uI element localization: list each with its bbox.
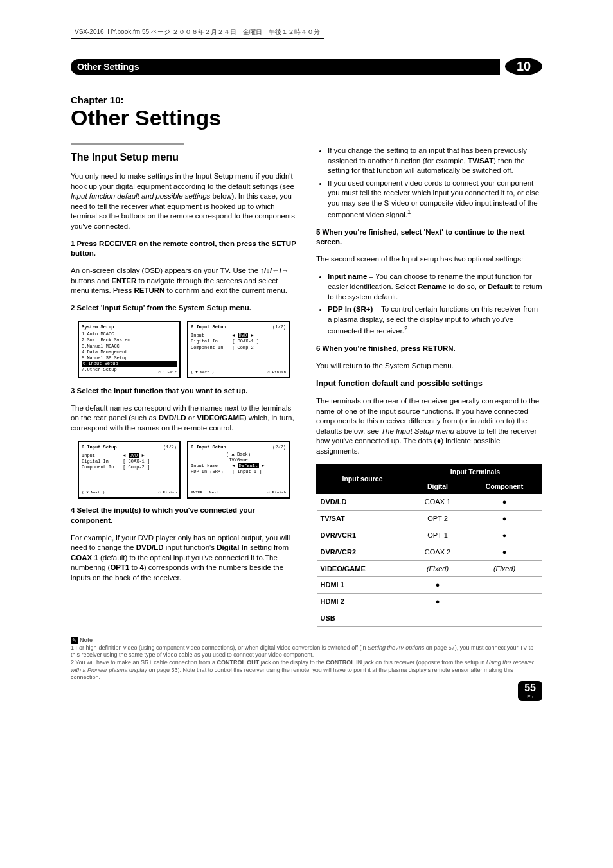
step-5: 5 When you're finished, select 'Next' to… [316, 227, 542, 247]
footnote-ref-2: 2 [404, 324, 407, 332]
chapter-number-badge: 10 [505, 58, 542, 75]
step-4: 4 Select the input(s) to which you've co… [71, 506, 297, 526]
bullet-list: If you change the setting to an input th… [316, 146, 542, 220]
step-1-body: An on-screen display (OSD) appears on yo… [71, 266, 297, 296]
step-6-body: You will return to the System Setup menu… [316, 361, 542, 371]
th-component: Component [466, 479, 542, 494]
section-tab: Other Settings [71, 59, 500, 75]
options-list: Input name – You can choose to rename th… [316, 272, 542, 336]
note-icon: ✎ [71, 637, 78, 644]
table-row: USB [317, 610, 542, 627]
footnote-1: 1 For high-definition video (using compo… [71, 644, 533, 659]
input-terminals-table: Input source Input Terminals Digital Com… [316, 464, 542, 627]
step-3: 3 Select the input function that you wan… [71, 386, 297, 396]
heading-input-setup: The Input Setup menu [71, 150, 297, 164]
osd-input-setup-1: 6.Input Setup (1/2) Input ◄ DVD ►Digital… [187, 321, 290, 378]
bullet-1: If you change the setting to an input th… [328, 146, 542, 176]
note-label: Note [80, 637, 93, 643]
table-row: HDMI 2● [317, 594, 542, 610]
option-pdp-in: PDP In (SR+) – To control certain functi… [328, 305, 542, 336]
footnotes: ✎Note 1 For high-definition video (using… [71, 635, 542, 682]
option-input-name: Input name – You can choose to rename th… [328, 272, 542, 302]
step-6: 6 When you're finished, press RETURN. [316, 344, 542, 354]
divider [71, 143, 184, 145]
th-input-terminals: Input Terminals [409, 464, 542, 479]
intro-paragraph: You only need to make settings in the In… [71, 172, 297, 231]
step-5-body: The second screen of the Input setup has… [316, 254, 542, 265]
chapter-label: Chapter 10: [71, 94, 542, 105]
table-row: DVD/LDCOAX 1● [317, 494, 542, 511]
table-row: TV/SATOPT 2● [317, 511, 542, 527]
table-row: DVR/VCR1OPT 1● [317, 527, 542, 544]
osd-input-setup-3: 6.Input Setup (2/2) ( ▲ Back) TV/Game In… [187, 441, 290, 499]
footnote-ref-1: 1 [407, 208, 411, 215]
footnote-2: 2 You will have to make an SR+ cable con… [71, 659, 534, 680]
step-3-body: The default names correspond with the na… [71, 403, 297, 434]
osd-input-setup-2: 6.Input Setup (1/2) Input ◄ DVD ►Digital… [78, 441, 181, 499]
table-row: VIDEO/GAME(Fixed)(Fixed) [317, 560, 542, 577]
step-2: 2 Select 'Input Setup' from the System S… [71, 303, 297, 314]
defaults-body: The terminals on the rear of the receive… [316, 396, 542, 456]
osd-row-2: 6.Input Setup (1/2) Input ◄ DVD ►Digital… [71, 441, 297, 499]
heading-defaults: Input function default and possible sett… [316, 378, 542, 389]
table-row: DVR/VCR2COAX 2● [317, 544, 542, 560]
chapter-title: Other Settings [71, 105, 542, 130]
right-column: If you change the setting to an input th… [316, 143, 542, 627]
table-row: HDMI 1● [317, 577, 542, 594]
osd-system-setup: System Setup 1.Auto MCACC2.Surr Back Sys… [78, 321, 181, 378]
page-number: 55 En [518, 681, 542, 701]
osd-row-1: System Setup 1.Auto MCACC2.Surr Back Sys… [71, 321, 297, 378]
section-header: Other Settings 10 [71, 58, 542, 75]
chapter-heading: Chapter 10: Other Settings [71, 94, 542, 130]
th-input-source: Input source [317, 464, 409, 493]
left-column: The Input Setup menu You only need to ma… [71, 143, 297, 627]
th-digital: Digital [409, 479, 467, 494]
step-4-body: For example, if your DVD player only has… [71, 533, 297, 583]
bullet-2: If you used component video cords to con… [328, 179, 542, 220]
step-1: 1 Press RECEIVER on the remote control, … [71, 239, 297, 259]
arrow-icons: ↑/↓/←/→ [260, 267, 289, 274]
framemaker-header: VSX-2016_HY.book.fm 55 ページ ２００６年２月２４日 金曜… [71, 26, 324, 39]
